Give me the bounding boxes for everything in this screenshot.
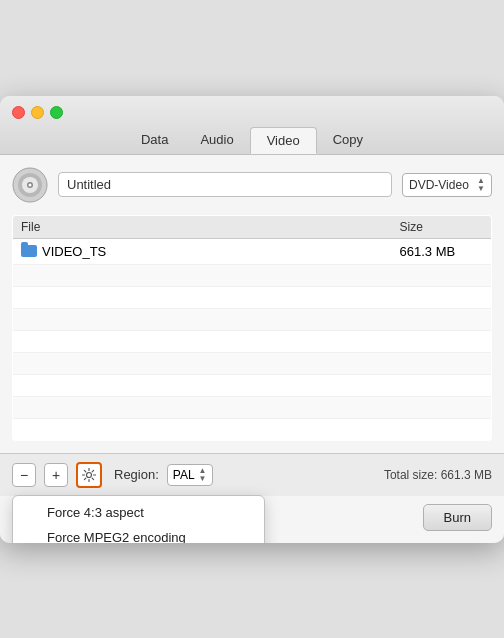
tab-video[interactable]: Video — [250, 127, 317, 154]
bottom-bar: − + Region: PAL ▲ ▼ Total size: 661.3 MB — [0, 453, 504, 496]
empty-row — [13, 264, 492, 286]
gear-icon — [82, 468, 96, 482]
region-label: Region: — [114, 467, 159, 482]
empty-row — [13, 308, 492, 330]
menu-item-force-mpeg2[interactable]: Force MPEG2 encoding — [13, 525, 264, 543]
gear-button[interactable] — [76, 462, 102, 488]
tab-data[interactable]: Data — [125, 127, 184, 154]
menu-item-force-aspect-label: Force 4:3 aspect — [47, 505, 144, 520]
folder-name: VIDEO_TS — [21, 244, 384, 259]
project-name-input[interactable] — [58, 172, 392, 197]
burn-button[interactable]: Burn — [423, 504, 492, 531]
empty-row — [13, 286, 492, 308]
total-size-label: Total size: 661.3 MB — [384, 468, 492, 482]
minimize-button[interactable] — [31, 106, 44, 119]
gear-dropdown-menu: Force 4:3 aspect Force MPEG2 encoding Mu… — [12, 495, 265, 543]
file-name-label: VIDEO_TS — [42, 244, 106, 259]
traffic-lights — [12, 106, 492, 119]
svg-point-4 — [29, 183, 32, 186]
remove-button[interactable]: − — [12, 463, 36, 487]
col-file-header: File — [13, 215, 392, 238]
add-button[interactable]: + — [44, 463, 68, 487]
tab-audio[interactable]: Audio — [184, 127, 249, 154]
empty-row — [13, 396, 492, 418]
empty-row — [13, 330, 492, 352]
project-row: DVD-Video ▲ ▼ — [12, 167, 492, 203]
menu-item-force-aspect[interactable]: Force 4:3 aspect — [13, 500, 264, 525]
empty-row — [13, 352, 492, 374]
file-name-cell: VIDEO_TS — [13, 238, 392, 264]
format-select-value: DVD-Video — [409, 178, 469, 192]
maximize-button[interactable] — [50, 106, 63, 119]
title-bar: Data Audio Video Copy — [0, 96, 504, 155]
tab-bar: Data Audio Video Copy — [12, 127, 492, 154]
file-size-cell: 661.3 MB — [392, 238, 492, 264]
svg-point-5 — [87, 472, 92, 477]
table-header-row: File Size — [13, 215, 492, 238]
select-arrows-icon: ▲ ▼ — [477, 177, 485, 193]
format-select[interactable]: DVD-Video ▲ ▼ — [402, 173, 492, 197]
table-row[interactable]: VIDEO_TS 661.3 MB — [13, 238, 492, 264]
content-area: DVD-Video ▲ ▼ File Size — [0, 155, 504, 453]
folder-icon — [21, 245, 37, 257]
menu-item-force-mpeg2-label: Force MPEG2 encoding — [47, 530, 186, 543]
region-arrows-icon: ▲ ▼ — [199, 467, 207, 483]
region-value: PAL — [173, 468, 195, 482]
col-size-header: Size — [392, 215, 492, 238]
tab-copy[interactable]: Copy — [317, 127, 379, 154]
file-table: File Size VIDEO_TS 661.3 MB — [12, 215, 492, 441]
empty-row — [13, 374, 492, 396]
main-window: Data Audio Video Copy DVD-Video ▲ ▼ — [0, 96, 504, 543]
empty-row — [13, 418, 492, 440]
disc-icon — [12, 167, 48, 203]
close-button[interactable] — [12, 106, 25, 119]
region-select[interactable]: PAL ▲ ▼ — [167, 464, 213, 486]
